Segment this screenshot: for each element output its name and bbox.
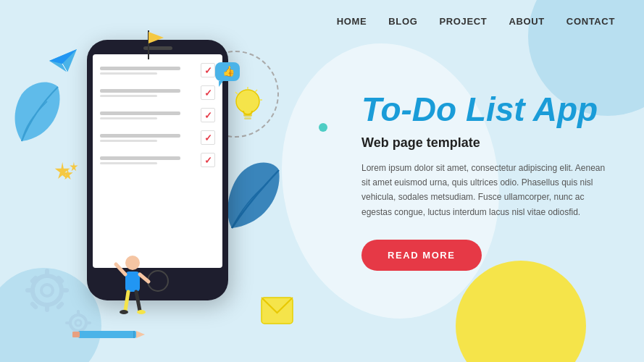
check-line-main: [100, 134, 180, 138]
check-line-main: [100, 67, 180, 70]
check-line-main: [100, 111, 180, 115]
svg-line-15: [255, 90, 257, 92]
navigation: HOME BLOG PROJECT ABOUT CONTACT: [0, 0, 644, 43]
svg-rect-12: [243, 114, 252, 117]
check-line-sub: [100, 117, 157, 119]
checkmark-4: ✓: [204, 133, 212, 143]
checklist-item-2: ✓: [100, 85, 215, 100]
leaf-right-icon: [221, 159, 286, 235]
svg-marker-9: [219, 81, 223, 87]
svg-rect-32: [65, 321, 71, 324]
svg-marker-43: [136, 331, 145, 338]
checkbox-5: ✓: [201, 153, 215, 167]
svg-rect-13: [244, 117, 251, 119]
lightbulb-icon: [232, 87, 264, 130]
description: Lorem ipsum dolor sit amet, consectetur …: [361, 161, 608, 220]
svg-rect-33: [85, 321, 91, 324]
nav-about[interactable]: ABOUT: [509, 16, 544, 27]
check-lines: [100, 111, 195, 119]
svg-line-39: [136, 292, 140, 311]
check-lines: [100, 156, 195, 164]
checklist-item-5: ✓: [100, 153, 215, 167]
check-line-main: [100, 156, 180, 160]
checkbox-1: ✓: [201, 63, 215, 77]
envelope-icon: [261, 297, 293, 327]
svg-point-18: [33, 276, 62, 305]
checkbox-2: ✓: [201, 85, 215, 100]
check-lines: [100, 67, 195, 75]
nav-home[interactable]: HOME: [337, 16, 367, 27]
checkmark-5: ✓: [204, 156, 212, 165]
check-line-sub: [100, 95, 157, 97]
pencil-icon: [72, 328, 145, 344]
svg-point-40: [120, 310, 128, 314]
checkbox-3: ✓: [201, 108, 215, 122]
svg-line-38: [125, 292, 128, 311]
check-lines: [100, 89, 195, 97]
svg-line-17: [235, 92, 238, 94]
check-line-sub: [100, 162, 157, 164]
svg-point-29: [75, 320, 81, 326]
chat-bubble-icon: 👍: [214, 62, 242, 90]
svg-rect-21: [45, 303, 49, 312]
nav-project[interactable]: PROJECT: [439, 16, 487, 27]
svg-text:👍: 👍: [222, 65, 235, 77]
svg-point-34: [125, 256, 140, 270]
svg-rect-44: [72, 332, 80, 337]
subtitle: Web page template: [361, 135, 608, 151]
check-line-sub: [100, 140, 157, 142]
svg-rect-22: [25, 288, 34, 292]
phone-device: ✓ ✓ ✓: [87, 40, 228, 300]
nav-contact[interactable]: CONTACT: [566, 16, 615, 27]
svg-rect-30: [77, 310, 80, 316]
svg-rect-20: [45, 269, 49, 277]
svg-rect-35: [125, 272, 140, 292]
checklist-item-1: ✓: [100, 63, 215, 77]
checkmark-2: ✓: [204, 88, 212, 98]
stars-icon: [49, 159, 85, 198]
read-more-button[interactable]: READ MORE: [361, 240, 482, 271]
check-line-sub: [100, 72, 157, 75]
checkmark-1: ✓: [204, 66, 212, 75]
illustration-area: 👍 ✓: [0, 0, 348, 362]
svg-rect-42: [78, 331, 136, 338]
phone-screen: ✓ ✓ ✓: [93, 54, 222, 268]
check-lines: [100, 134, 195, 142]
svg-point-41: [137, 310, 146, 314]
svg-point-19: [41, 285, 53, 296]
svg-line-36: [116, 264, 125, 274]
person-icon: [112, 254, 152, 329]
svg-line-37: [140, 274, 149, 282]
check-line-main: [100, 89, 180, 93]
svg-rect-23: [60, 288, 69, 292]
content-area: To-Do List App Web page template Lorem i…: [340, 0, 644, 362]
checkmark-3: ✓: [204, 111, 212, 120]
svg-point-11: [236, 90, 259, 113]
leaf-left-icon: [7, 80, 65, 148]
checklist-item-4: ✓: [100, 130, 215, 145]
nav-blog[interactable]: BLOG: [388, 16, 417, 27]
app-title: To-Do List App: [361, 91, 608, 128]
checklist-item-3: ✓: [100, 108, 215, 122]
svg-marker-7: [70, 162, 78, 172]
checkbox-4: ✓: [201, 130, 215, 145]
teal-dot-decoration: [319, 123, 327, 132]
